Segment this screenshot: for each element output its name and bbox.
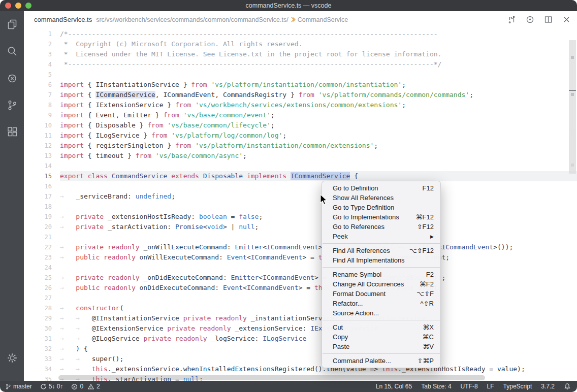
line-number[interactable]: 33 — [24, 354, 52, 364]
line-content[interactable]: *---------------------------------------… — [60, 59, 577, 70]
code-line[interactable]: 10import { Disposable } from 'vs/base/co… — [24, 120, 577, 130]
line-number[interactable]: 32 — [24, 344, 52, 354]
line-number[interactable]: 13 — [24, 151, 52, 161]
line-content[interactable] — [60, 161, 577, 171]
menu-item-copy[interactable]: Copy⌘C — [322, 332, 440, 342]
code-line[interactable]: 14 — [24, 161, 577, 171]
menu-item-peek[interactable]: Peek▶ — [322, 232, 440, 241]
line-number[interactable]: 12 — [24, 141, 52, 151]
code-line[interactable]: 32→ ) { — [24, 344, 577, 354]
close-editor-icon[interactable] — [562, 15, 571, 24]
code-line[interactable]: 34→ → this._extensionService.whenInstall… — [24, 364, 577, 374]
extensions-icon[interactable] — [6, 125, 19, 139]
line-number[interactable]: 17 — [24, 191, 52, 202]
menu-item-go-to-definition[interactable]: Go to DefinitionF12 — [322, 183, 440, 193]
line-number[interactable]: 20 — [24, 222, 52, 232]
line-content[interactable]: → private readonly _onWillExecuteCommand… — [60, 242, 577, 252]
line-content[interactable]: → private readonly _onDidExecuteCommand:… — [60, 273, 577, 283]
line-content[interactable]: * Copyright (c) Microsoft Corporation. A… — [60, 39, 577, 49]
code-line[interactable]: 2 * Copyright (c) Microsoft Corporation.… — [24, 39, 577, 49]
code-line[interactable]: 9import { Event, Emitter } from 'vs/base… — [24, 110, 577, 120]
line-number[interactable]: 21 — [24, 232, 52, 242]
line-number[interactable]: 1 — [24, 29, 52, 39]
line-number[interactable]: 5 — [24, 70, 52, 80]
split-editor-icon[interactable] — [543, 15, 553, 24]
line-number[interactable]: 22 — [24, 242, 52, 252]
code-line[interactable]: 3 * Licensed under the MIT License. See … — [24, 49, 577, 59]
code-line[interactable]: 4 *-------------------------------------… — [24, 59, 577, 70]
line-number[interactable]: 30 — [24, 323, 52, 334]
code-line[interactable]: 31→ → @ILogService private readonly _log… — [24, 334, 577, 344]
code-line[interactable]: 30→ → @IExtensionService private readonl… — [24, 323, 577, 334]
line-number[interactable]: 16 — [24, 181, 52, 191]
line-content[interactable]: import { IExtensionService } from 'vs/wo… — [60, 100, 577, 110]
line-content[interactable]: → public readonly onDidExecuteCommand: E… — [60, 283, 577, 293]
line-content[interactable]: → private _starActivation: Promise<void>… — [60, 222, 577, 232]
code-line[interactable]: 17→ _serviceBrand: undefined; — [24, 191, 577, 202]
close-window-button[interactable] — [5, 3, 11, 9]
code-line[interactable]: 18 — [24, 202, 577, 212]
line-content[interactable]: import { IInstantiationService } from 'v… — [60, 80, 577, 90]
horizontal-scrollbar[interactable] — [58, 375, 485, 380]
code-line[interactable]: 27 — [24, 293, 577, 303]
code-line[interactable]: 5 — [24, 70, 577, 80]
titlebar[interactable]: commandService.ts — vscode — [0, 0, 577, 11]
line-content[interactable]: → ) { — [60, 344, 577, 354]
menu-item-show-all-references[interactable]: Show All References — [322, 193, 440, 203]
line-content[interactable] — [60, 70, 577, 80]
menu-item-source-action[interactable]: Source Action... — [322, 308, 440, 318]
menu-item-find-all-implementations[interactable]: Find All Implementations — [322, 255, 440, 265]
line-content[interactable]: → → super(); — [60, 354, 577, 364]
timeline-clock-icon[interactable] — [525, 15, 534, 24]
line-number[interactable]: 23 — [24, 252, 52, 263]
line-content[interactable] — [60, 181, 577, 191]
menu-item-refactor[interactable]: Refactor...^⇧R — [322, 299, 440, 308]
breadcrumb-symbol[interactable]: CommandService — [298, 16, 348, 23]
breadcrumb-filename[interactable]: commandService.ts — [34, 16, 92, 23]
menu-item-go-to-type-definition[interactable]: Go to Type Definition — [322, 203, 440, 212]
minimize-window-button[interactable] — [15, 3, 21, 9]
code-line[interactable]: 8import { IExtensionService } from 'vs/w… — [24, 100, 577, 110]
line-content[interactable]: → _serviceBrand: undefined; — [60, 191, 577, 202]
code-line[interactable]: 13import { timeout } from 'vs/base/commo… — [24, 151, 577, 161]
vertical-scrollbar[interactable] — [569, 40, 576, 174]
code-line[interactable]: 1/*-------------------------------------… — [24, 29, 577, 39]
code-line[interactable]: 23→ public readonly onWillExecuteCommand… — [24, 252, 577, 263]
line-number[interactable]: 35 — [24, 374, 52, 381]
line-content[interactable]: /*--------------------------------------… — [60, 29, 577, 39]
line-content[interactable] — [60, 202, 577, 212]
menu-item-cut[interactable]: Cut⌘X — [322, 322, 440, 332]
eol-sequence[interactable]: LF — [487, 383, 494, 390]
encoding[interactable]: UTF-8 — [461, 383, 478, 390]
line-number[interactable]: 26 — [24, 283, 52, 293]
line-number[interactable]: 3 — [24, 49, 52, 59]
line-content[interactable]: → constructor( — [60, 303, 577, 313]
line-content[interactable]: import { ILogService } from 'vs/platform… — [60, 130, 577, 141]
problems-status[interactable]: 0 2 — [71, 383, 100, 390]
line-number[interactable]: 4 — [24, 59, 52, 70]
line-content[interactable] — [60, 263, 577, 273]
code-line[interactable]: 19→ private _extensionHostIsReady: boole… — [24, 212, 577, 222]
line-content[interactable]: → public readonly onWillExecuteCommand: … — [60, 252, 577, 263]
menu-item-change-all-occurrences[interactable]: Change All Occurrences⌘F2 — [322, 279, 440, 289]
code-line[interactable]: 26→ public readonly onDidExecuteCommand:… — [24, 283, 577, 293]
code-line[interactable]: 6import { IInstantiationService } from '… — [24, 80, 577, 90]
code-line[interactable]: 22→ private readonly _onWillExecuteComma… — [24, 242, 577, 252]
line-content[interactable] — [60, 232, 577, 242]
line-number[interactable]: 19 — [24, 212, 52, 222]
line-content[interactable]: import { Event, Emitter } from 'vs/base/… — [60, 110, 577, 120]
line-content[interactable]: export class CommandService extends Disp… — [60, 171, 577, 181]
zoom-window-button[interactable] — [25, 3, 31, 9]
code-line[interactable]: 16 — [24, 181, 577, 191]
code-line[interactable]: 12import { registerSingleton } from 'vs/… — [24, 141, 577, 151]
menu-item-rename-symbol[interactable]: Rename SymbolF2 — [322, 270, 440, 279]
code-line[interactable]: 25→ private readonly _onDidExecuteComman… — [24, 273, 577, 283]
line-number[interactable]: 8 — [24, 100, 52, 110]
notifications-bell-icon[interactable] — [564, 383, 571, 390]
menu-item-find-all-references[interactable]: Find All References⌥⇧F12 — [322, 246, 440, 255]
explorer-icon[interactable] — [6, 18, 19, 31]
menu-item-go-to-references[interactable]: Go to References⇧F12 — [322, 222, 440, 232]
line-content[interactable]: → → @IInstantiationService private reado… — [60, 313, 577, 323]
menu-item-go-to-implementations[interactable]: Go to Implementations⌘F12 — [322, 212, 440, 222]
code-editor[interactable]: 1/*-------------------------------------… — [24, 28, 577, 381]
